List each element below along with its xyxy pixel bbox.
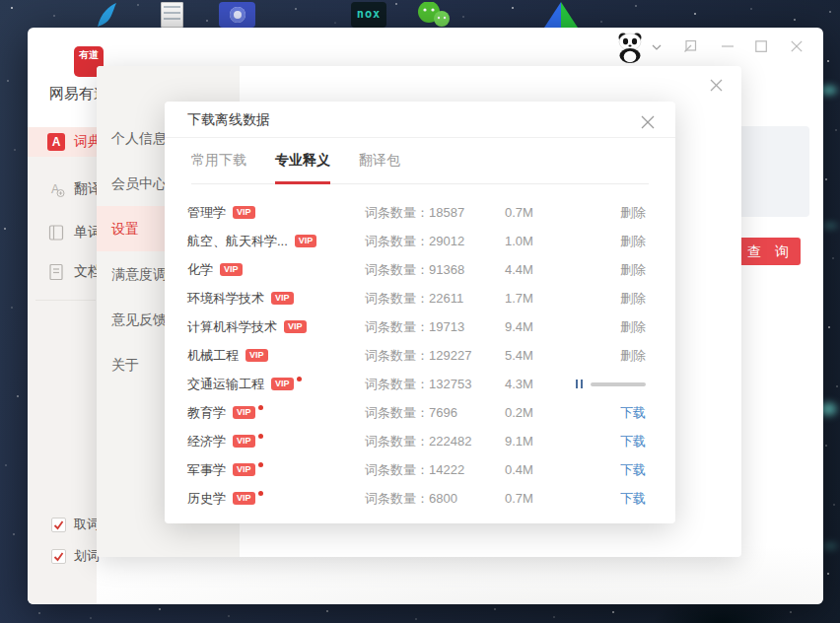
sidebar [28,138,97,604]
download-link[interactable]: 下载 [620,490,646,508]
download-link[interactable]: 下载 [620,433,646,450]
checkbox-checked[interactable] [51,518,66,532]
sidebar-divider [35,300,96,301]
tab-professional-definitions[interactable]: 专业释义 [275,138,330,183]
dict-name: 化学 [187,261,213,279]
dict-name: 机械工程 [187,347,239,365]
vip-badge: VIP [233,492,255,505]
maximize-button[interactable] [753,38,769,54]
new-dot [258,434,263,439]
entry-count: 词条数量：6800 [365,490,505,508]
dict-row: 管理学VIP 词条数量：18587 0.7M 删除 [165,198,675,227]
dict-name: 经济学 [187,433,226,450]
vip-badge: VIP [233,406,255,419]
chevron-down-icon[interactable] [652,43,662,51]
word-capture-checkbox-row: 取词 [51,516,100,533]
entry-count: 词条数量：22611 [365,290,505,308]
desktop-glow [820,221,840,231]
vip-badge: VIP [295,235,317,247]
pause-icon[interactable] [576,380,583,388]
dict-name: 计算机科学技术 [187,318,277,336]
download-link[interactable]: 下载 [620,404,646,422]
dict-row: 历史学VIP 词条数量：6800 0.7M 下载 [165,484,675,513]
settings-close-icon[interactable] [710,79,723,92]
dict-row: 环境科学技术VIP 词条数量：22611 1.7M 删除 [165,284,675,312]
dict-name: 航空、航天科学... [187,233,288,250]
package-size: 4.3M [505,377,569,391]
notepad-icon[interactable] [161,2,183,28]
entry-count: 词条数量：222482 [365,433,505,450]
vip-badge: VIP [271,292,294,305]
download-link[interactable]: 下载 [620,461,646,479]
delete-link[interactable]: 删除 [620,347,646,365]
dict-name: 教育学 [187,404,226,422]
tab-common-downloads[interactable]: 常用下载 [191,138,246,183]
tab-translation-packages[interactable]: 翻译包 [359,138,400,183]
entry-count: 词条数量：129227 [365,347,505,365]
close-window-button[interactable] [789,38,805,54]
modal-close-icon[interactable] [641,115,655,129]
delete-link[interactable]: 删除 [620,261,646,279]
word-select-checkbox-row: 划词 [51,547,100,565]
dict-row: 计算机科学技术VIP 词条数量：19713 9.4M 删除 [165,312,675,341]
modal-tabs: 常用下载 专业释义 翻译包 [191,138,649,184]
document-icon [47,263,65,281]
dict-row: 机械工程VIP 词条数量：129227 5.4M 删除 [165,341,675,370]
dict-name: 交通运输工程 [187,376,264,393]
dict-row: 化学VIP 词条数量：91368 4.4M 删除 [165,255,675,284]
desktop: nox 有道 网易有道词典 [0,0,840,623]
dict-row: 航空、航天科学...VIP 词条数量：29012 1.0M 删除 [165,227,675,255]
browser-icon[interactable] [96,2,117,28]
dict-row: 教育学VIP 词条数量：7696 0.2M 下载 [165,398,675,427]
dict-name: 环境科学技术 [187,290,264,308]
vip-badge: VIP [245,349,268,362]
vip-badge: VIP [233,463,255,476]
desktop-glow [820,540,840,552]
new-dot [258,491,263,496]
delete-link[interactable]: 删除 [620,233,646,250]
delete-link[interactable]: 删除 [620,204,646,222]
package-size: 9.4M [505,319,569,334]
delete-link[interactable]: 删除 [620,318,646,336]
entry-count: 词条数量：18587 [365,204,505,222]
checkbox-checked[interactable] [51,549,66,564]
package-size: 0.7M [505,491,569,506]
entry-count: 词条数量：19713 [365,318,505,336]
delete-link[interactable]: 删除 [620,290,646,308]
media-player-icon[interactable] [219,2,255,28]
package-size: 0.7M [505,205,569,220]
package-size: 5.4M [505,348,569,363]
new-dot [258,405,263,410]
package-size: 0.2M [505,405,569,420]
dictionary-list: 管理学VIP 词条数量：18587 0.7M 删除 航空、航天科学...VIP … [165,184,675,516]
entry-count: 词条数量：7696 [365,404,505,422]
vip-badge: VIP [220,263,243,276]
vip-badge: VIP [284,320,307,333]
dict-row: 军事学VIP 词条数量：14222 0.4M 下载 [165,455,675,484]
package-size: 4.4M [505,262,569,277]
dict-name: 历史学 [187,490,226,508]
vip-badge: VIP [233,206,255,219]
dictionary-icon: A [47,133,65,151]
query-button[interactable]: 查 询 [735,238,801,265]
nox-icon[interactable]: nox [351,2,386,28]
popout-window-button[interactable] [682,38,698,54]
dict-row: 经济学VIP 词条数量：222482 9.1M 下载 [165,427,675,455]
package-size: 1.0M [505,234,569,248]
dev-tool-icon[interactable] [544,2,578,28]
download-offline-data-modal: 下载离线数据 常用下载 专业释义 翻译包 管理学VIP 词条数量：18587 0… [165,102,675,523]
dict-name: 管理学 [187,204,226,222]
wechat-icon[interactable] [417,2,451,28]
entry-count: 词条数量：14222 [365,461,505,479]
vip-badge: VIP [233,435,255,448]
modal-title: 下载离线数据 [165,102,675,138]
minimize-button[interactable] [720,38,735,54]
entry-count: 词条数量：91368 [365,261,505,279]
vip-badge: VIP [271,378,294,390]
new-dot [297,377,302,381]
app-window: 有道 网易有道词典 A [28,28,823,604]
panda-avatar[interactable] [615,31,645,64]
dict-row-downloading: 交通运输工程VIP 词条数量：132753 4.3M [165,370,675,398]
entry-count: 词条数量：29012 [365,233,505,250]
package-size: 0.4M [505,462,569,477]
